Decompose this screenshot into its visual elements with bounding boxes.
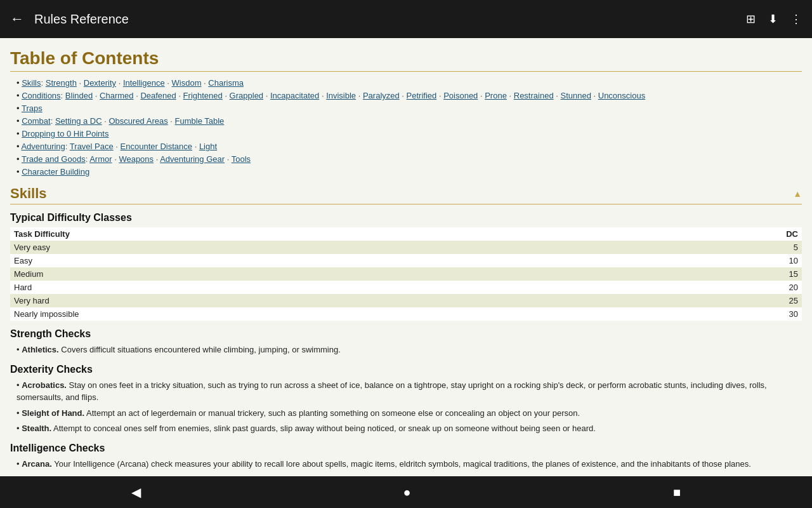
- toc-sub-link[interactable]: Adventuring Gear: [160, 154, 225, 164]
- task-cell: Very easy: [10, 241, 634, 254]
- description: Your Intelligence (Arcana) check measure…: [52, 459, 751, 469]
- toc-list-item: Adventuring: Travel Pace · Encounter Dis…: [10, 142, 802, 151]
- typical-dc-subtitle: Typical Difficulty Classes: [10, 212, 802, 224]
- toc-sub-link[interactable]: Charmed: [100, 91, 133, 100]
- toc-sub-link[interactable]: Blinded: [65, 91, 93, 100]
- toc-sub-link[interactable]: Unconscious: [598, 91, 645, 100]
- toc-sub-link[interactable]: Dexterity: [84, 78, 116, 88]
- table-row: Very easy5: [10, 241, 802, 254]
- toc-sub-link[interactable]: Stunned: [560, 91, 591, 100]
- toc-sub-link[interactable]: Weapons: [119, 154, 154, 164]
- dc-cell: 5: [634, 241, 802, 254]
- toc-sub-link[interactable]: Armor: [89, 154, 112, 164]
- nav-recent-button[interactable]: ■: [673, 485, 681, 500]
- toc-list: Skills: Strength · Dexterity · Intellige…: [10, 78, 802, 177]
- page-title: Rules Reference: [34, 12, 746, 27]
- toc-sub-link[interactable]: Tools: [232, 154, 251, 164]
- toc-list-item: Traps: [10, 104, 802, 113]
- table-row: Very hard25: [10, 294, 802, 307]
- term: Athletics.: [22, 345, 59, 354]
- bottom-nav: ◀ ● ■: [0, 476, 812, 508]
- toc-list-item: Combat: Setting a DC · Obscured Areas · …: [10, 116, 802, 126]
- toc-sub-link[interactable]: Wisdom: [172, 78, 202, 88]
- description: Covers difficult situations encountered …: [59, 345, 341, 354]
- task-cell: Easy: [10, 254, 634, 267]
- topbar: ← Rules Reference ⊞ ⬇ ⋮: [0, 0, 812, 38]
- task-cell: Nearly impossible: [10, 307, 634, 321]
- list-item: Athletics. Covers difficult situations e…: [16, 344, 802, 356]
- term: Acrobatics.: [22, 380, 67, 390]
- content-area: Table of Contents Skills: Strength · Dex…: [0, 38, 812, 476]
- toc-list-item: Conditions: Blinded · Charmed · Deafened…: [10, 91, 802, 100]
- toc-sub-link[interactable]: Frightened: [183, 91, 223, 100]
- col-dc: DC: [634, 227, 802, 241]
- toc-sub-link[interactable]: Encounter Distance: [121, 142, 192, 151]
- toc-link[interactable]: Adventuring: [21, 142, 65, 151]
- toc-sub-link[interactable]: Paralyzed: [363, 91, 400, 100]
- strength-checks-list: Athletics. Covers difficult situations e…: [10, 344, 802, 356]
- download-icon[interactable]: ⬇: [768, 12, 778, 26]
- description: Attempt to conceal ones self from enemie…: [51, 424, 596, 433]
- toc-list-item: Dropping to 0 Hit Points: [10, 129, 802, 138]
- toolbar-icons: ⊞ ⬇ ⋮: [746, 12, 802, 26]
- toc-sub-link[interactable]: Strength: [46, 78, 77, 88]
- toc-link[interactable]: Dropping to 0 Hit Points: [22, 129, 108, 138]
- toc-sub-link[interactable]: Grappled: [230, 91, 263, 100]
- toc-title: Table of Contents: [10, 48, 802, 72]
- list-item: Arcana. Your Intelligence (Arcana) check…: [16, 458, 802, 471]
- toc-sub-link[interactable]: Prone: [485, 91, 507, 100]
- toc-sub-link[interactable]: Obscured Areas: [108, 116, 167, 126]
- list-item: Sleight of Hand. Attempt an act of leger…: [16, 407, 802, 420]
- table-row: Medium15: [10, 267, 802, 281]
- toc-sub-link[interactable]: Travel Pace: [70, 142, 114, 151]
- toc-list-item: Character Building: [10, 167, 802, 177]
- list-item: Stealth. Attempt to conceal ones self fr…: [16, 422, 802, 435]
- toc-link[interactable]: Combat: [22, 116, 51, 126]
- task-cell: Very hard: [10, 294, 634, 307]
- toc-list-item: Trade and Goods: Armor · Weapons · Adven…: [10, 154, 802, 164]
- skills-title-text: Skills: [10, 185, 46, 202]
- toc-sub-link[interactable]: Petrified: [407, 91, 437, 100]
- toc-link[interactable]: Skills: [22, 78, 41, 88]
- description: Attempt an act of legerdemain or manual …: [84, 408, 580, 418]
- term: Sleight of Hand.: [22, 408, 84, 418]
- table-row: Nearly impossible30: [10, 307, 802, 321]
- table-row: Hard20: [10, 281, 802, 294]
- grid-icon[interactable]: ⊞: [746, 12, 756, 26]
- toc-link[interactable]: Character Building: [22, 167, 89, 177]
- skills-section-title: Skills ▲: [10, 185, 802, 204]
- toc-sub-link[interactable]: Setting a DC: [55, 116, 102, 126]
- toc-link[interactable]: Conditions: [22, 91, 60, 100]
- task-cell: Medium: [10, 267, 634, 281]
- task-cell: Hard: [10, 281, 634, 294]
- collapse-arrow[interactable]: ▲: [793, 189, 802, 199]
- back-button[interactable]: ←: [10, 11, 24, 27]
- toc-link[interactable]: Traps: [22, 104, 43, 113]
- nav-back-button[interactable]: ◀: [131, 485, 141, 500]
- dc-cell: 30: [634, 307, 802, 321]
- toc-sub-link[interactable]: Incapacitated: [270, 91, 319, 100]
- toc-sub-link[interactable]: Intelligence: [123, 78, 165, 88]
- dexterity-checks-list: Acrobatics. Stay on ones feet in a trick…: [10, 379, 802, 435]
- dc-cell: 10: [634, 254, 802, 267]
- toc-sub-link[interactable]: Invisible: [326, 91, 356, 100]
- strength-checks-title: Strength Checks: [10, 328, 802, 340]
- toc-sub-link[interactable]: Poisoned: [443, 91, 478, 100]
- dc-cell: 15: [634, 267, 802, 281]
- toc-link[interactable]: Trade and Goods: [22, 154, 86, 164]
- toc-sub-link[interactable]: Light: [199, 142, 217, 151]
- col-task: Task Difficulty: [10, 227, 634, 241]
- description: Stay on ones feet in a tricky situation,…: [16, 380, 767, 403]
- intelligence-checks-title: Intelligence Checks: [10, 443, 802, 454]
- dc-cell: 20: [634, 281, 802, 294]
- dexterity-checks-title: Dexterity Checks: [10, 364, 802, 375]
- more-icon[interactable]: ⋮: [790, 12, 802, 26]
- toc-sub-link[interactable]: Fumble Table: [175, 116, 225, 126]
- list-item: Acrobatics. Stay on ones feet in a trick…: [16, 379, 802, 404]
- nav-home-button[interactable]: ●: [403, 485, 410, 500]
- toc-sub-link[interactable]: Restrained: [514, 91, 554, 100]
- toc-sub-link[interactable]: Charisma: [208, 78, 244, 88]
- dc-cell: 25: [634, 294, 802, 307]
- term: Arcana.: [22, 459, 52, 469]
- toc-sub-link[interactable]: Deafened: [140, 91, 176, 100]
